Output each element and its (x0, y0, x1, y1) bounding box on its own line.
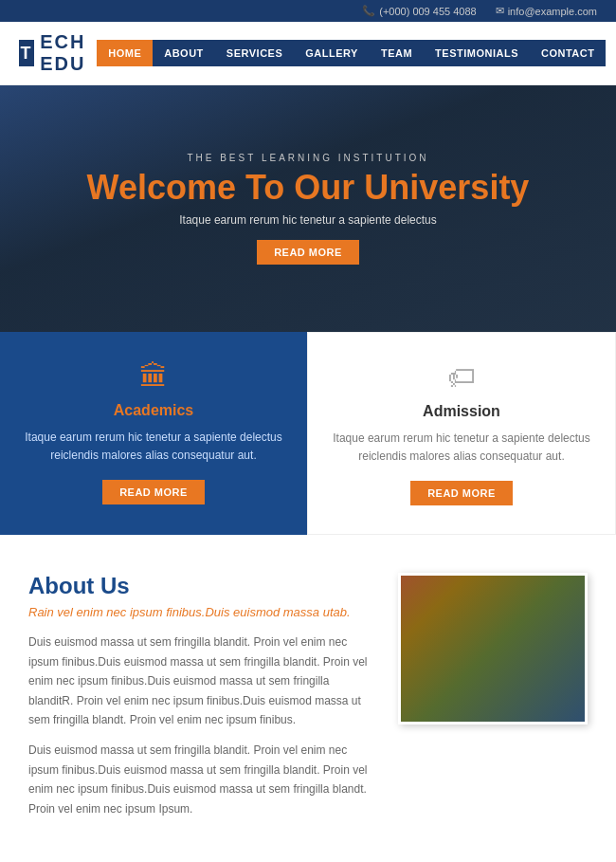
hero-section: THE BEST LEARNING INSTITUTION Welcome To… (0, 85, 616, 332)
nav-team[interactable]: TEAM (370, 40, 424, 66)
hero-description: Itaque earum rerum hic tenetur a sapient… (87, 213, 530, 227)
admission-cta[interactable]: READ MORE (410, 481, 513, 505)
hero-title-w: W (87, 168, 118, 207)
phone-number: (+000) 009 455 4088 (379, 6, 476, 17)
cards-section: 🏛 Academics Itaque earum rerum hic tenet… (0, 332, 616, 535)
header: T ECH EDU HOME ABOUT SERVICES GALLERY TE… (0, 22, 616, 85)
about-subtitle: Rain vel enim nec ipsum finibus.Duis eui… (28, 605, 370, 619)
admission-icon: 🏷 (332, 361, 591, 394)
about-section: About Us Rain vel enim nec ipsum finibus… (0, 535, 616, 862)
admission-title: Admission (332, 403, 591, 420)
academics-title: Academics (24, 402, 283, 419)
hero-title-niversity: niversity (389, 168, 529, 207)
hero-cta-button[interactable]: READ MORE (257, 240, 359, 265)
phone-icon: 📞 (362, 5, 375, 17)
hero-subtitle: THE BEST LEARNING INSTITUTION (87, 153, 530, 163)
about-title: About Us (28, 573, 370, 599)
logo: T ECH EDU (19, 31, 97, 75)
about-image (398, 573, 588, 724)
academics-icon: 🏛 (24, 360, 283, 393)
nav-contact[interactable]: CONTACT (530, 40, 606, 66)
academics-cta[interactable]: READ MORE (102, 480, 205, 504)
nav-services[interactable]: SERVICES (215, 40, 294, 66)
top-bar: 📞 (+000) 009 455 4088 ✉ info@example.com (0, 0, 616, 22)
hero-title: Welcome To Our University (87, 169, 530, 207)
hero-content: THE BEST LEARNING INSTITUTION Welcome To… (87, 153, 530, 266)
main-nav: HOME ABOUT SERVICES GALLERY TEAM TESTIMO… (97, 40, 606, 66)
academics-text: Itaque earum rerum hic tenetur a sapient… (24, 429, 283, 465)
nav-home[interactable]: HOME (97, 40, 153, 66)
phone-info: 📞 (+000) 009 455 4088 (362, 5, 476, 17)
email-icon: ✉ (496, 5, 504, 17)
academics-card: 🏛 Academics Itaque earum rerum hic tenet… (0, 332, 307, 535)
admission-card: 🏷 Admission Itaque earum rerum hic tenet… (307, 332, 616, 535)
about-image-inner (401, 576, 585, 722)
about-right (398, 573, 588, 724)
logo-letter: T (19, 40, 34, 66)
hero-title-rest: elcome To Our (118, 168, 364, 207)
email-info: ✉ info@example.com (496, 5, 597, 17)
nav-about[interactable]: ABOUT (153, 40, 215, 66)
about-left: About Us Rain vel enim nec ipsum finibus… (28, 573, 370, 830)
logo-name: ECH EDU (40, 31, 97, 75)
nav-gallery[interactable]: GALLERY (294, 40, 370, 66)
email-address: info@example.com (508, 6, 597, 17)
admission-text: Itaque earum rerum hic tenetur a sapient… (332, 430, 591, 466)
nav-testimonials[interactable]: TESTIMONIALS (424, 40, 530, 66)
about-text-1: Duis euismod massa ut sem fringilla blan… (28, 633, 370, 729)
hero-title-u: U (364, 168, 389, 207)
about-text-2: Duis euismod massa ut sem fringilla blan… (28, 741, 370, 818)
